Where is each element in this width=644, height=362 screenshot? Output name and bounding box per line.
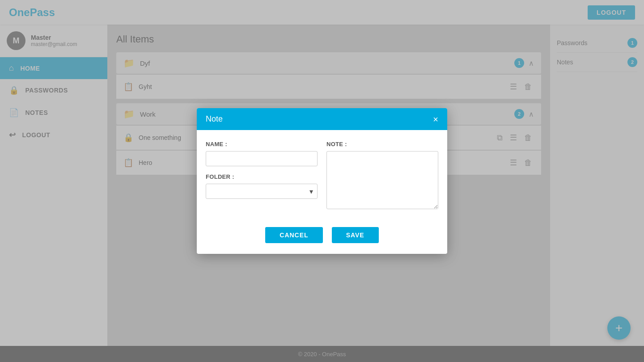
- note-textarea[interactable]: [326, 151, 438, 209]
- folder-select[interactable]: Dyf Work: [206, 184, 318, 199]
- folder-label: FOLDER :: [206, 173, 318, 180]
- note-label: NOTE :: [326, 141, 438, 147]
- folder-field-group: FOLDER : Dyf Work: [206, 173, 318, 199]
- name-field-group: NAME :: [206, 141, 318, 166]
- modal-overlay[interactable]: Note × NAME : FOLDER :: [0, 0, 644, 362]
- modal-body: NAME : FOLDER : Dyf Work: [197, 130, 447, 220]
- modal-header: Note ×: [197, 108, 447, 130]
- left-fields-container: NAME : FOLDER : Dyf Work: [206, 141, 318, 199]
- folder-select-wrapper: Dyf Work: [206, 184, 318, 199]
- modal-right-fields: NOTE :: [326, 141, 438, 209]
- cancel-button[interactable]: CANCEL: [265, 227, 322, 243]
- modal-left-fields: NAME : FOLDER : Dyf Work: [206, 141, 318, 209]
- modal-close-button[interactable]: ×: [433, 115, 438, 124]
- name-input[interactable]: [206, 151, 318, 166]
- name-label: NAME :: [206, 141, 318, 147]
- note-modal: Note × NAME : FOLDER :: [197, 108, 447, 254]
- modal-fields: NAME : FOLDER : Dyf Work: [206, 141, 438, 209]
- save-button[interactable]: SAVE: [332, 227, 379, 243]
- modal-title: Note: [206, 114, 223, 124]
- modal-footer: CANCEL SAVE: [197, 220, 447, 254]
